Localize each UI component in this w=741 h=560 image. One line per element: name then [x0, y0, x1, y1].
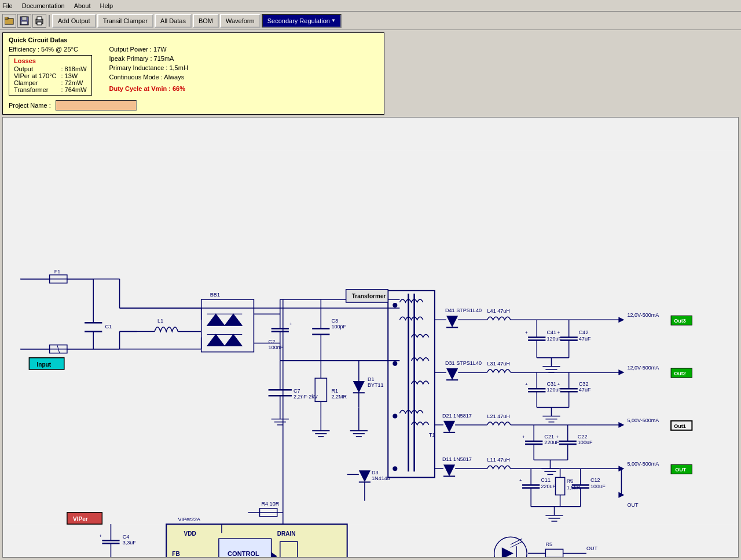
main-content: Quick Circuit Datas Efficiency : 54% @ 2… — [0, 30, 741, 560]
svg-text:100uF: 100uF — [578, 440, 593, 445]
output-5v-bot: 5,00V-500mA — [627, 461, 659, 467]
svg-text:100pF: 100pF — [331, 324, 346, 330]
svg-text:2,2nF-2kV: 2,2nF-2kV — [294, 394, 318, 400]
output-12v-top: 12,0V-500mA — [627, 312, 659, 318]
c4-label: C4 — [123, 534, 130, 540]
menu-documentation[interactable]: Documentation — [22, 2, 65, 9]
transil-clamper-button[interactable]: Transil Clamper — [97, 14, 153, 28]
out2-label: Out2 — [674, 371, 686, 376]
circuit-diagram: F1 Th1 C1 L1 — [3, 118, 738, 557]
c32-label: C32 — [579, 381, 589, 387]
toolbar: Add Output Transil Clamper All Datas BOM… — [0, 12, 741, 30]
fb-label: FB — [172, 551, 179, 557]
svg-text:+: + — [522, 434, 525, 440]
menubar: File Documentation About Help — [0, 0, 741, 12]
svg-text:+: + — [525, 330, 528, 335]
vdd-label: VDD — [184, 530, 196, 537]
viper22a-label: VIPer22A — [178, 517, 201, 522]
svg-text:+: + — [525, 382, 528, 387]
svg-text:BYT11: BYT11 — [368, 382, 384, 388]
out-terminal: OUT — [627, 502, 639, 508]
out-feedback: OUT — [586, 546, 598, 551]
menu-about[interactable]: About — [74, 2, 91, 9]
svg-point-85 — [392, 303, 397, 308]
svg-line-199 — [511, 539, 522, 544]
bom-button[interactable]: BOM — [193, 14, 219, 28]
viper-label: VIPer — [73, 516, 88, 522]
ipeak-text: Ipeak Primary : 715mA — [109, 55, 188, 62]
svg-text:+: + — [519, 478, 522, 483]
svg-text:47uF: 47uF — [579, 387, 591, 393]
continuous-text: Continuous Mode : Always — [109, 74, 188, 80]
c11-label: C11 — [541, 477, 551, 483]
waveform-button[interactable]: Waveform — [220, 14, 261, 28]
svg-point-86 — [392, 361, 397, 366]
r5-label: R5 — [545, 541, 552, 547]
t1-label: T1 — [429, 432, 435, 438]
svg-rect-205 — [545, 549, 563, 557]
c12-label: C12 — [590, 477, 600, 483]
svg-marker-197 — [502, 547, 513, 557]
info-panel: Quick Circuit Datas Efficiency : 54% @ 2… — [2, 32, 384, 115]
svg-text:+: + — [99, 533, 102, 539]
r4-label: R4 10R — [262, 501, 280, 507]
project-name-input[interactable] — [56, 100, 137, 111]
c31-label: C31 — [546, 381, 556, 387]
svg-text:220uF: 220uF — [541, 484, 556, 489]
c3-label: C3 — [331, 318, 338, 324]
svg-rect-6 — [37, 17, 42, 20]
l31-label: L31 47uH — [487, 361, 510, 367]
d1-label: D1 — [368, 376, 375, 382]
all-datas-button[interactable]: All Datas — [155, 14, 192, 28]
menu-help[interactable]: Help — [100, 2, 113, 9]
output-power-text: Output Power : 17W — [109, 46, 188, 53]
bb1-label: BB1 — [210, 292, 220, 298]
svg-text:120uF: 120uF — [546, 387, 562, 393]
project-name-label: Project Name : — [9, 102, 51, 109]
inductance-text: Primary Inductance : 1,5mH — [109, 64, 188, 71]
drain-label: DRAIN — [277, 530, 296, 537]
c2-label: C2 — [269, 339, 276, 345]
menu-file[interactable]: File — [2, 2, 13, 9]
c1-label: C1 — [105, 324, 112, 330]
svg-rect-3 — [22, 17, 27, 20]
loss-output: Output: 818mW — [14, 65, 87, 72]
out3-label: Out3 — [674, 318, 686, 324]
svg-text:3,3uF: 3,3uF — [123, 540, 137, 546]
dropdown-arrow-icon: ▼ — [331, 18, 336, 23]
output-12v-mid: 12,0V-500mA — [627, 365, 659, 371]
svg-rect-8 — [3, 151, 738, 524]
out-label: OUT — [675, 467, 687, 473]
svg-text:+: + — [557, 382, 560, 387]
transformer-label: Transformer — [352, 293, 386, 299]
secondary-regulation-button[interactable]: Secondary Regulation ▼ — [262, 14, 342, 28]
print-icon[interactable] — [32, 14, 46, 28]
c22-label: C22 — [578, 434, 588, 440]
svg-text:+: + — [557, 330, 560, 335]
toolbar-separator — [49, 15, 50, 27]
d11-label: D11 1N5817 — [442, 456, 472, 462]
panel-title: Quick Circuit Datas — [9, 36, 378, 43]
d21-label: D21 1N5817 — [442, 413, 472, 419]
loss-clamper: Clamper: 72mW — [14, 79, 87, 86]
add-output-button[interactable]: Add Output — [52, 14, 96, 28]
svg-rect-1 — [5, 17, 8, 19]
l1-label: L1 — [157, 318, 163, 324]
d41-label: D41 STPS1L40 — [445, 308, 482, 313]
output-5v-top: 5,00V-500mA — [627, 418, 659, 423]
svg-text:100nF: 100nF — [269, 345, 284, 350]
duty-cycle-text: Duty Cycle at Vmin : 66% — [109, 85, 188, 92]
svg-text:47uF: 47uF — [579, 336, 591, 342]
r1-label: R1 — [331, 388, 338, 394]
secondary-regulation-label: Secondary Regulation — [267, 17, 330, 24]
control-label: CONTROL — [228, 550, 259, 557]
folder-open-icon[interactable] — [2, 14, 16, 28]
svg-text:+: + — [556, 434, 559, 440]
l21-label: L21 47uH — [487, 413, 510, 419]
svg-text:2,2MR: 2,2MR — [331, 394, 347, 400]
svg-rect-7 — [37, 22, 42, 25]
save-icon[interactable] — [17, 14, 31, 28]
svg-text:220uF: 220uF — [544, 440, 559, 445]
losses-title: Losses — [14, 57, 87, 64]
svg-text:120uF: 120uF — [546, 336, 562, 342]
